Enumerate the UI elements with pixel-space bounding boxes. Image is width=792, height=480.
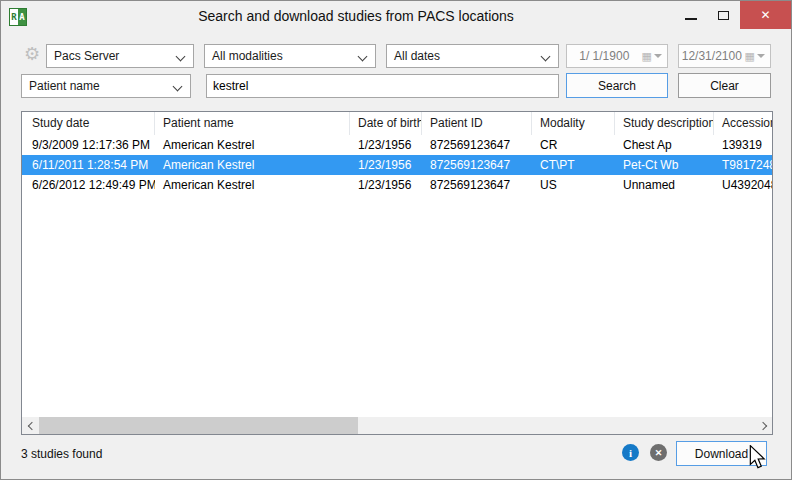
column-header-date-of-birth[interactable]: Date of birth: [350, 112, 422, 135]
chevron-right-icon: [758, 421, 766, 429]
cell-study-description: Unnamed: [615, 175, 714, 195]
chevron-left-icon: [27, 421, 35, 429]
table-row[interactable]: 6/26/2012 12:49:49 PM American Kestrel 1…: [22, 175, 772, 195]
dropdown-arrow-icon: [654, 54, 662, 58]
cell-study-date: 6/11/2011 1:28:54 PM: [22, 155, 155, 175]
chevron-down-icon: [541, 52, 551, 62]
dates-value: All dates: [394, 49, 440, 63]
calendar-icon: ▦: [745, 51, 755, 62]
dates-select[interactable]: All dates: [386, 44, 559, 68]
cell-patient-name: American Kestrel: [155, 135, 350, 155]
table-row-selected[interactable]: 6/11/2011 1:28:54 PM American Kestrel 1/…: [22, 155, 772, 175]
chevron-down-icon: [173, 82, 183, 92]
maximize-button[interactable]: [707, 1, 740, 29]
scroll-right-button[interactable]: [755, 417, 772, 434]
chevron-down-icon: [358, 52, 368, 62]
search-button[interactable]: Search: [566, 73, 668, 98]
scrollbar-thumb[interactable]: [39, 417, 358, 434]
pacs-server-value: Pacs Server: [54, 49, 119, 63]
titlebar: R A Search and download studies from PAC…: [1, 1, 791, 32]
search-input[interactable]: [206, 74, 559, 98]
pacs-search-dialog: R A Search and download studies from PAC…: [0, 0, 792, 480]
status-text: 3 studies found: [21, 447, 102, 461]
clear-button[interactable]: Clear: [678, 73, 771, 98]
table-header-row: Study date Patient name Date of birth Pa…: [22, 112, 772, 135]
modalities-value: All modalities: [212, 49, 283, 63]
chevron-down-icon: [176, 52, 186, 62]
column-header-modality[interactable]: Modality: [532, 112, 615, 135]
cell-date-of-birth: 1/23/1956: [350, 135, 422, 155]
cell-study-description: Pet-Ct Wb: [615, 155, 714, 175]
cell-accession-number: U43920482: [714, 175, 772, 195]
cell-accession-number: T9817248: [714, 155, 772, 175]
pacs-server-select[interactable]: Pacs Server: [46, 44, 194, 68]
app-icon: R A: [9, 8, 27, 26]
cell-patient-id: 872569123647: [422, 175, 532, 195]
studies-table: Study date Patient name Date of birth Pa…: [21, 111, 773, 435]
cell-date-of-birth: 1/23/1956: [350, 175, 422, 195]
column-header-accession-number[interactable]: Accession number: [714, 112, 772, 135]
date-to-picker[interactable]: 12/31/2100 ▦: [678, 44, 771, 68]
cell-modality: CR: [532, 135, 615, 155]
date-from-value: 1/ 1/1900: [567, 45, 642, 67]
cell-patient-id: 872569123647: [422, 155, 532, 175]
maximize-icon: [718, 11, 729, 20]
cell-accession-number: 139319: [714, 135, 772, 155]
column-header-study-description[interactable]: Study description: [615, 112, 714, 135]
scroll-left-button[interactable]: [22, 417, 39, 434]
horizontal-scrollbar[interactable]: [22, 417, 772, 434]
close-button[interactable]: ✕: [740, 1, 791, 29]
cell-study-date: 6/26/2012 12:49:49 PM: [22, 175, 155, 195]
search-field-select[interactable]: Patient name: [21, 74, 191, 98]
cell-patient-name: American Kestrel: [155, 175, 350, 195]
cell-study-date: 9/3/2009 12:17:36 PM: [22, 135, 155, 155]
cell-date-of-birth: 1/23/1956: [350, 155, 422, 175]
column-header-patient-id[interactable]: Patient ID: [422, 112, 532, 135]
cell-patient-name: American Kestrel: [155, 155, 350, 175]
date-from-picker[interactable]: 1/ 1/1900 ▦: [566, 44, 668, 68]
minimize-button[interactable]: [674, 1, 707, 29]
date-to-value: 12/31/2100: [679, 45, 745, 67]
cell-study-description: Chest Ap: [615, 135, 714, 155]
column-header-patient-name[interactable]: Patient name: [155, 112, 350, 135]
table-row[interactable]: 9/3/2009 12:17:36 PM American Kestrel 1/…: [22, 135, 772, 155]
settings-gear-icon[interactable]: ⚙: [24, 45, 40, 63]
download-button[interactable]: Download: [676, 441, 767, 466]
info-icon[interactable]: i: [622, 444, 639, 461]
app-icon-letter-r: R: [10, 9, 18, 25]
column-header-study-date[interactable]: Study date: [22, 112, 155, 135]
app-icon-letter-a: A: [18, 9, 26, 25]
search-field-value: Patient name: [29, 79, 100, 93]
modalities-select[interactable]: All modalities: [204, 44, 376, 68]
dropdown-arrow-icon: [757, 54, 765, 58]
cell-modality: CT\PT: [532, 155, 615, 175]
cell-modality: US: [532, 175, 615, 195]
cell-patient-id: 872569123647: [422, 135, 532, 155]
close-icon: ✕: [760, 8, 770, 22]
cancel-icon[interactable]: ✕: [650, 444, 667, 461]
minimize-icon: [685, 18, 697, 20]
window-controls: ✕: [674, 1, 791, 29]
calendar-icon: ▦: [642, 51, 652, 62]
window-title: Search and download studies from PACS lo…: [61, 1, 651, 32]
